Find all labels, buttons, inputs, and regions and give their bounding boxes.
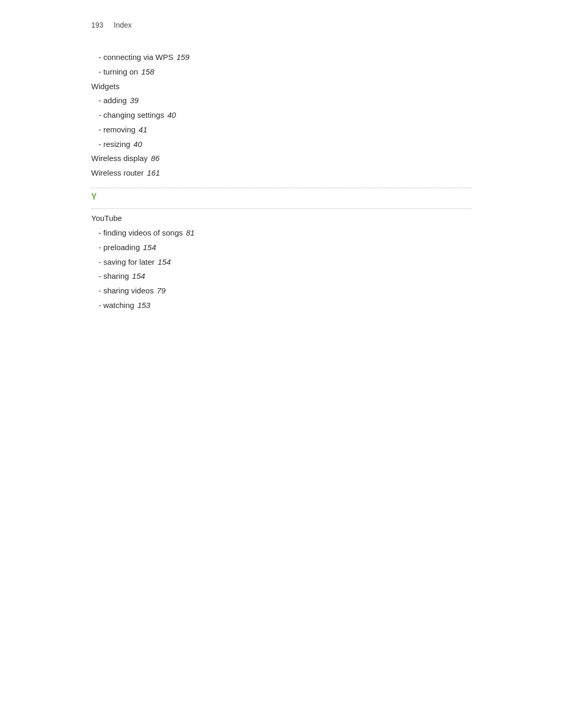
index-entry: - preloading154 <box>91 240 472 255</box>
index-section-block: YouTube- finding videos of songs81- prel… <box>91 211 472 312</box>
index-entry: - resizing40 <box>91 137 472 152</box>
entry-label: - sharing videos <box>99 283 154 298</box>
page-ref: 154 <box>158 255 171 269</box>
index-entry: - adding39 <box>91 93 472 108</box>
index-entry: - finding videos of songs81 <box>91 226 472 240</box>
entry-label: Widgets <box>91 79 119 94</box>
index-entry: Widgets <box>91 79 472 94</box>
page-header: 193 Index <box>91 21 472 29</box>
page-ref: 39 <box>130 93 139 108</box>
entry-label: - resizing <box>99 137 130 152</box>
index-entry: - watching153 <box>91 298 472 313</box>
index-entry: YouTube <box>91 211 472 226</box>
page-ref: 40 <box>167 108 176 122</box>
page-ref: 41 <box>139 122 148 137</box>
page-ref: 81 <box>186 226 195 240</box>
sections-container: - connecting via WPS159- turning on158Wi… <box>91 50 472 313</box>
index-entry: - connecting via WPS159 <box>91 50 472 65</box>
page-ref: 154 <box>132 269 145 283</box>
entry-label: YouTube <box>91 211 122 226</box>
page-ref: 159 <box>176 50 189 65</box>
index-entry: - removing41 <box>91 122 472 137</box>
index-entry: - saving for later154 <box>91 255 472 269</box>
section-divider-top <box>91 188 472 188</box>
entry-label: Wireless display <box>91 151 148 166</box>
entry-label: - connecting via WPS <box>99 50 173 65</box>
entry-label: - removing <box>99 122 136 137</box>
section-letter: Y <box>91 190 472 204</box>
page-ref: 161 <box>147 166 160 180</box>
section-divider-bottom <box>91 208 472 209</box>
entry-label: - sharing <box>99 269 129 283</box>
page-ref: 158 <box>141 65 154 79</box>
page-container: 193 Index - connecting via WPS159- turni… <box>0 0 563 341</box>
entry-label: - finding videos of songs <box>99 226 183 240</box>
page-label: Index <box>114 21 131 29</box>
index-entry: - sharing154 <box>91 269 472 283</box>
index-entry: Wireless router161 <box>91 166 472 180</box>
index-entry: - sharing videos79 <box>91 283 472 298</box>
entry-label: - changing settings <box>99 108 164 122</box>
entry-label: - saving for later <box>99 255 155 269</box>
entry-label: Wireless router <box>91 166 144 180</box>
entry-label: - watching <box>99 298 134 313</box>
index-section-block: - connecting via WPS159- turning on158Wi… <box>91 50 472 180</box>
page-ref: 153 <box>137 298 150 313</box>
index-entry: - changing settings40 <box>91 108 472 122</box>
entry-label: - preloading <box>99 240 140 255</box>
index-entry: - turning on158 <box>91 65 472 79</box>
page-ref: 154 <box>143 240 156 255</box>
page-ref: 86 <box>151 151 160 166</box>
entry-label: - adding <box>99 93 127 108</box>
page-ref: 40 <box>133 137 142 152</box>
entry-label: - turning on <box>99 65 138 79</box>
page-number: 193 <box>91 21 103 29</box>
page-ref: 79 <box>157 283 166 298</box>
index-entry: Wireless display86 <box>91 151 472 166</box>
